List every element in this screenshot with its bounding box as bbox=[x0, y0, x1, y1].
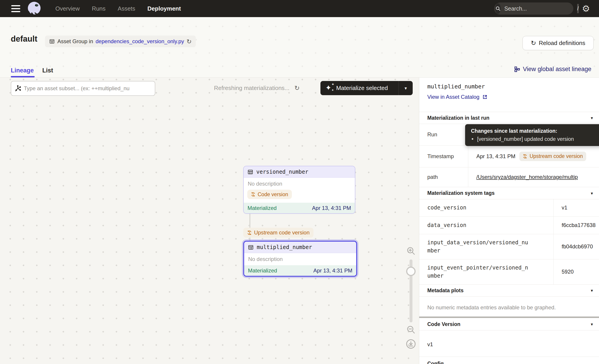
asset-description: No description bbox=[244, 178, 355, 187]
asset-node-versioned-number[interactable]: versioned_number No description Code ver… bbox=[243, 166, 355, 214]
tooltip-item: • [versioned_number] updated code versio… bbox=[471, 136, 599, 142]
section-heading: Metadata plots bbox=[427, 287, 464, 294]
asset-detail-panel: multiplied_number View in Asset Catalog … bbox=[419, 78, 599, 364]
section-materialization-last-run[interactable]: Materialization in last run ▾ bbox=[419, 112, 599, 124]
bullet-icon: • bbox=[471, 136, 474, 142]
nav-item-overview[interactable]: Overview bbox=[55, 5, 80, 12]
table-row: input_event_pointer/versioned_number 592… bbox=[419, 259, 599, 285]
code-version-changed-icon bbox=[251, 192, 255, 197]
table-row: input_data_version/versioned_number fb04… bbox=[419, 234, 599, 259]
nav-right: / ⚙ bbox=[494, 2, 590, 15]
asset-node-multiplied-number[interactable]: multiplied_number No description Materia… bbox=[243, 241, 357, 277]
lineage-graph-icon bbox=[514, 66, 520, 72]
reload-definitions-label: Reload definitions bbox=[539, 40, 585, 47]
table-icon bbox=[248, 244, 254, 250]
section-system-tags[interactable]: Materialization system tags ▾ bbox=[419, 187, 599, 199]
download-image-icon[interactable] bbox=[405, 338, 416, 349]
tooltip-item-text: [versioned_number] updated code version bbox=[477, 136, 574, 142]
section-config[interactable]: Config bbox=[419, 356, 599, 364]
materialize-dropdown-caret[interactable]: ▾ bbox=[399, 86, 413, 91]
table-row-timestamp: Timestamp Apr 13, 4:31 PM Upstream code … bbox=[419, 145, 599, 167]
view-global-label: View global asset lineage bbox=[523, 66, 591, 73]
lineage-graph-canvas[interactable]: Refreshing materializations... ↻ ✦ ✦ ✦ M… bbox=[0, 78, 419, 364]
tag-key: data_version bbox=[419, 221, 553, 229]
materialized-timestamp: Apr 13, 4:31 PM bbox=[312, 205, 351, 211]
zoom-slider-handle[interactable] bbox=[406, 267, 416, 276]
table-row: code_version v1 bbox=[419, 199, 599, 217]
tab-lineage[interactable]: Lineage bbox=[11, 67, 34, 74]
section-heading: Config bbox=[427, 361, 444, 364]
node-footer: Materialized Apr 13, 4:31 PM bbox=[244, 265, 356, 276]
materialize-selected-button[interactable]: ✦ ✦ ✦ Materialize selected ▾ bbox=[320, 81, 413, 95]
code-version-badge-label: Code version bbox=[258, 191, 288, 198]
code-version-changed-icon bbox=[247, 230, 252, 235]
upstream-code-version-badge: Upstream code version bbox=[519, 152, 586, 161]
refresh-icon[interactable]: ↻ bbox=[294, 84, 300, 92]
asset-description: No description bbox=[244, 253, 356, 262]
reload-icon: ↻ bbox=[531, 39, 536, 47]
external-link-icon bbox=[482, 94, 488, 100]
menu-icon[interactable] bbox=[11, 5, 20, 12]
chevron-down-icon[interactable]: ▾ bbox=[591, 115, 593, 120]
search-shortcut-key: / bbox=[577, 4, 579, 13]
sparkle-icon: ✦ ✦ ✦ bbox=[325, 84, 334, 93]
gear-icon[interactable]: ⚙ bbox=[582, 4, 590, 13]
search-icon bbox=[495, 3, 501, 14]
asset-group-prefix: Asset Group in bbox=[57, 38, 93, 44]
tag-key: input_event_pointer/versioned_number bbox=[419, 264, 553, 280]
tab-list[interactable]: List bbox=[42, 67, 53, 74]
chevron-down-icon[interactable]: ▾ bbox=[591, 322, 593, 327]
reload-definitions-button[interactable]: ↻ Reload definitions bbox=[522, 36, 594, 50]
chevron-down-icon[interactable]: ▾ bbox=[591, 191, 593, 196]
nav-item-runs[interactable]: Runs bbox=[92, 5, 106, 12]
asset-group-file-link[interactable]: dependencies_code_version_only.py bbox=[96, 38, 184, 44]
catalog-link-label: View in Asset Catalog bbox=[427, 94, 479, 100]
search-box[interactable]: / bbox=[494, 2, 573, 15]
code-version-value: v1 bbox=[427, 341, 433, 347]
zoom-out-icon[interactable] bbox=[406, 325, 416, 335]
asset-subset-filter[interactable] bbox=[11, 81, 155, 96]
section-heading: Materialization system tags bbox=[427, 190, 495, 196]
refresh-status: Refreshing materializations... ↻ bbox=[214, 81, 300, 95]
sparkle-large: ✦ bbox=[325, 84, 331, 91]
asset-group-breadcrumb: Asset Group in dependencies_code_version… bbox=[45, 35, 196, 47]
tag-value: 5920 bbox=[553, 259, 599, 284]
materialized-status: Materialized bbox=[248, 268, 277, 274]
nav-item-deployment[interactable]: Deployment bbox=[147, 5, 181, 12]
table-row: data_version f6ccba177638 bbox=[419, 217, 599, 234]
chevron-down-icon[interactable]: ▾ bbox=[591, 288, 593, 293]
tag-value: v1 bbox=[553, 199, 599, 217]
timestamp-value: Apr 13, 4:31 PM Upstream code version bbox=[468, 145, 599, 167]
table-icon bbox=[247, 169, 253, 175]
path-link[interactable]: /Users/sryza/dagster_home/storage/multip bbox=[476, 174, 578, 180]
dagster-logo-icon[interactable] bbox=[26, 0, 43, 17]
top-nav: Overview Runs Assets Deployment / ⚙ bbox=[0, 0, 599, 17]
tag-key: code_version bbox=[419, 204, 553, 212]
search-input[interactable] bbox=[504, 5, 577, 12]
tag-key: input_data_version/versioned_number bbox=[419, 238, 553, 255]
section-metadata-plots[interactable]: Metadata plots ▾ bbox=[419, 284, 599, 296]
asset-selection-icon bbox=[14, 85, 21, 92]
upstream-badge-label: Upstream code version bbox=[254, 229, 310, 236]
zoom-in-icon[interactable] bbox=[406, 246, 416, 256]
header-band bbox=[0, 17, 599, 77]
metadata-plots-empty-text: No numeric metadata entries available to… bbox=[427, 304, 556, 311]
nav-item-assets[interactable]: Assets bbox=[118, 5, 135, 12]
materialized-timestamp: Apr 13, 4:31 PM bbox=[313, 268, 352, 274]
sparkle-small-top: ✦ bbox=[331, 83, 334, 86]
page-title: default bbox=[11, 34, 37, 44]
reload-group-icon[interactable]: ↻ bbox=[186, 38, 192, 44]
section-code-version[interactable]: Code Version ▾ bbox=[419, 318, 599, 330]
changes-tooltip: Changes since last materialization: • [v… bbox=[465, 124, 599, 146]
timestamp-text: Apr 13, 4:31 PM bbox=[476, 153, 515, 159]
timestamp-label: Timestamp bbox=[419, 153, 468, 159]
nav-items: Overview Runs Assets Deployment bbox=[55, 5, 181, 12]
view-global-asset-lineage-link[interactable]: View global asset lineage bbox=[514, 66, 591, 73]
upstream-badge-label: Upstream code version bbox=[529, 153, 583, 159]
view-in-asset-catalog-link[interactable]: View in Asset Catalog bbox=[427, 94, 488, 100]
tooltip-title: Changes since last materialization: bbox=[471, 128, 599, 134]
tag-value: fb04dcb6970 bbox=[553, 234, 599, 259]
upstream-code-version-badge: Upstream code version bbox=[243, 228, 313, 238]
zoom-slider[interactable] bbox=[410, 259, 413, 322]
asset-subset-input[interactable] bbox=[23, 85, 152, 92]
